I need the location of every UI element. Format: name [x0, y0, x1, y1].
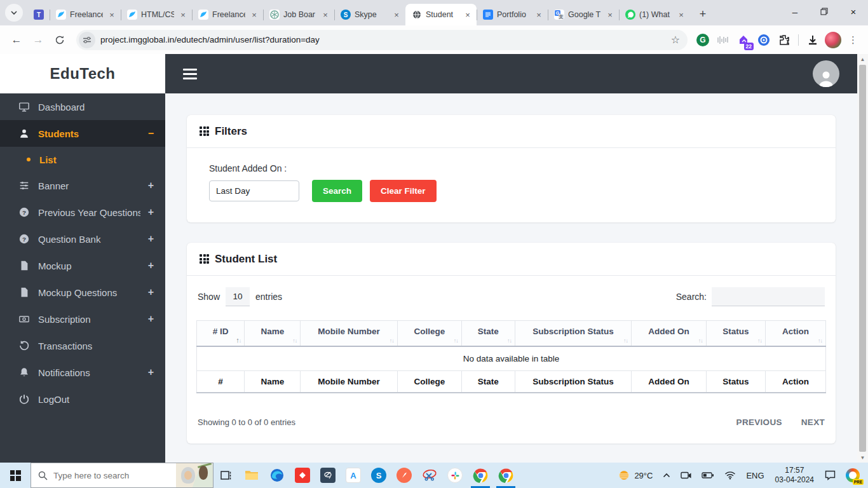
- close-tab-icon[interactable]: ×: [534, 10, 544, 20]
- sidebar-item-question-bank[interactable]: ? Question Bank +: [0, 226, 165, 252]
- hamburger-menu-icon[interactable]: [183, 69, 197, 79]
- browser-tab[interactable]: Freelance ×: [192, 4, 263, 25]
- close-tab-icon[interactable]: ×: [676, 10, 686, 20]
- column-header[interactable]: Mobile Number↑↓: [301, 321, 397, 347]
- column-header[interactable]: Name↑↓: [245, 321, 301, 347]
- browser-tab[interactable]: HTML/CS ×: [121, 4, 192, 25]
- sidebar-item-logout[interactable]: LogOut: [0, 386, 165, 412]
- column-header[interactable]: Subscription Status↑↓: [515, 321, 631, 347]
- task-view-button[interactable]: [214, 463, 239, 488]
- sidebar-item-list[interactable]: List: [0, 147, 165, 172]
- column-header[interactable]: College↑↓: [397, 321, 461, 347]
- downloads-icon[interactable]: [804, 31, 822, 49]
- address-bar[interactable]: project.imgglobal.in/edutech/admin/user/…: [76, 30, 688, 50]
- action-center-icon[interactable]: [820, 463, 840, 488]
- browser-profile-avatar[interactable]: [824, 31, 842, 49]
- close-tab-icon[interactable]: ×: [463, 10, 473, 20]
- chrome-taskbar-icon-active[interactable]: [468, 463, 493, 488]
- previous-page-button[interactable]: PREVIOUS: [736, 417, 782, 427]
- search-button[interactable]: Search: [312, 180, 362, 202]
- meet-now-icon[interactable]: [676, 463, 696, 488]
- clear-filter-button[interactable]: Clear Filter: [370, 180, 437, 202]
- entries-select[interactable]: 10: [226, 287, 250, 306]
- student-added-on-input[interactable]: [209, 180, 299, 201]
- table-search-input[interactable]: [712, 287, 825, 306]
- extensions-puzzle-icon[interactable]: [775, 31, 793, 49]
- close-tab-icon[interactable]: ×: [178, 10, 188, 20]
- close-tab-icon[interactable]: ×: [391, 10, 402, 20]
- snipping-tool-icon[interactable]: [417, 463, 442, 488]
- close-tab-icon[interactable]: ×: [320, 10, 330, 20]
- url-text[interactable]: project.imgglobal.in/edutech/admin/user/…: [100, 35, 662, 44]
- column-header[interactable]: Action↑↓: [765, 321, 825, 347]
- tray-chevron-up[interactable]: [658, 463, 675, 488]
- sidebar-item-mockup-questions[interactable]: Mockup Questions +: [0, 279, 165, 306]
- sidebar-item-notifications[interactable]: Notifications +: [0, 359, 165, 386]
- user-avatar[interactable]: [813, 60, 839, 87]
- new-tab-button[interactable]: +: [694, 5, 712, 23]
- pinned-tab-teams[interactable]: T: [28, 4, 50, 25]
- close-tab-icon[interactable]: ×: [249, 10, 259, 20]
- close-tab-icon[interactable]: ×: [605, 10, 615, 20]
- browser-menu-icon[interactable]: ⋮: [844, 34, 862, 46]
- bookmark-extension-icon[interactable]: 22: [735, 31, 752, 49]
- language-indicator[interactable]: ENG: [742, 463, 768, 488]
- scroll-up-arrow[interactable]: ▲: [857, 54, 868, 64]
- sidebar-item-dashboard[interactable]: Dashboard: [0, 93, 165, 120]
- browser-tab[interactable]: Freelance ×: [50, 4, 121, 25]
- column-header[interactable]: Added On↑↓: [632, 321, 707, 347]
- search-highlight-image[interactable]: [176, 463, 213, 487]
- back-button[interactable]: ←: [6, 30, 27, 50]
- bookmark-star-icon[interactable]: ☆: [667, 34, 684, 46]
- grammarly-extension-icon[interactable]: G: [694, 31, 712, 49]
- scrollbar-thumb[interactable]: [859, 65, 866, 452]
- taskbar-search-input[interactable]: [53, 471, 170, 480]
- browser-tab-active[interactable]: Student ×: [405, 4, 477, 25]
- edge-icon[interactable]: [264, 463, 290, 488]
- browser-tab[interactable]: (1) What ×: [619, 4, 690, 25]
- minimize-button[interactable]: –: [780, 0, 810, 23]
- next-page-button[interactable]: NEXT: [801, 417, 825, 427]
- column-header[interactable]: State↑↓: [461, 321, 515, 347]
- clock-widget[interactable]: 17:57 03-04-2024: [770, 466, 819, 485]
- forward-button[interactable]: →: [28, 30, 48, 50]
- close-window-button[interactable]: ×: [839, 0, 868, 23]
- reload-button[interactable]: [50, 30, 70, 50]
- taskbar-search-box[interactable]: [31, 463, 214, 488]
- close-tab-icon[interactable]: ×: [107, 10, 117, 20]
- wifi-icon[interactable]: [720, 463, 740, 488]
- sidebar-item-mockup[interactable]: Mockup +: [0, 252, 165, 279]
- red-diamond-app-icon[interactable]: [290, 463, 315, 488]
- browser-tab[interactable]: G文 Google T ×: [548, 4, 619, 25]
- column-header[interactable]: # ID↑↓: [197, 321, 245, 347]
- blue-extension-icon[interactable]: [755, 31, 773, 49]
- site-settings-icon[interactable]: [79, 32, 95, 48]
- orange-pen-app-icon[interactable]: [391, 463, 417, 488]
- maximize-button[interactable]: [810, 0, 839, 23]
- browser-tab[interactable]: Portfolio ×: [477, 4, 548, 25]
- file-explorer-icon[interactable]: [239, 463, 264, 488]
- chrome-taskbar-icon-2[interactable]: [493, 463, 519, 488]
- browser-tab[interactable]: Job Boar ×: [263, 4, 334, 25]
- start-button[interactable]: [0, 463, 31, 488]
- scroll-down-arrow[interactable]: ▼: [857, 452, 868, 463]
- column-header[interactable]: Status↑↓: [706, 321, 765, 347]
- page-scrollbar[interactable]: ▲ ▼: [857, 54, 868, 463]
- skype-taskbar-icon[interactable]: S: [366, 463, 391, 488]
- gray-extension-icon[interactable]: [714, 31, 732, 49]
- sidebar-item-transactions[interactable]: Transactions: [0, 332, 165, 359]
- battery-icon[interactable]: [697, 463, 719, 488]
- copilot-icon[interactable]: PRE: [841, 463, 864, 488]
- sidebar-item-students[interactable]: Students −: [0, 120, 165, 147]
- brand-logo[interactable]: EduTech: [0, 54, 165, 93]
- table-footer-row: # Name Mobile Number College State Subsc…: [197, 371, 826, 393]
- weather-widget[interactable]: 29°C: [613, 463, 657, 488]
- sidebar-item-subscription[interactable]: Subscription +: [0, 306, 165, 332]
- tab-search-button[interactable]: [5, 4, 23, 22]
- browser-tab[interactable]: S Skype ×: [334, 4, 405, 25]
- appium-icon[interactable]: A: [341, 463, 366, 488]
- sidebar-item-previous-year-questions[interactable]: ? Previous Year Questions +: [0, 199, 165, 226]
- pen-tool-app-icon[interactable]: [315, 463, 341, 488]
- sidebar-item-banner[interactable]: Banner +: [0, 172, 165, 199]
- slack-icon[interactable]: [442, 463, 468, 488]
